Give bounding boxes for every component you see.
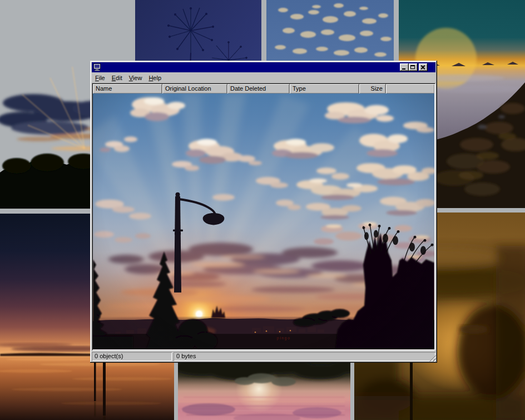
menu-bar: File Edit View Help bbox=[92, 72, 435, 83]
title-bar[interactable] bbox=[92, 62, 435, 72]
menu-edit[interactable]: Edit bbox=[109, 73, 125, 82]
file-list-view: Name Original Location Date Deleted Type… bbox=[92, 83, 435, 350]
column-header-type[interactable]: Type bbox=[290, 84, 359, 93]
titlebar-buttons bbox=[400, 63, 428, 71]
window-content-photo: pingo bbox=[93, 93, 434, 349]
computer-icon bbox=[93, 63, 101, 71]
menu-view[interactable]: View bbox=[126, 73, 145, 82]
minimize-button[interactable] bbox=[400, 63, 409, 71]
recycle-bin-window: File Edit View Help Name Original Locati… bbox=[90, 61, 437, 363]
column-header-filler bbox=[386, 84, 434, 93]
maximize-button[interactable] bbox=[409, 63, 418, 71]
column-header-name[interactable]: Name bbox=[93, 84, 162, 93]
menu-help[interactable]: Help bbox=[146, 73, 164, 82]
close-button[interactable] bbox=[419, 63, 428, 71]
column-header-size[interactable]: Size bbox=[359, 84, 386, 93]
status-byte-count: 0 bytes bbox=[174, 352, 435, 361]
column-header-original-location[interactable]: Original Location bbox=[162, 84, 227, 93]
status-bar: 0 object(s) 0 bytes bbox=[92, 352, 435, 361]
column-headers: Name Original Location Date Deleted Type… bbox=[93, 84, 434, 93]
menu-file[interactable]: File bbox=[92, 73, 108, 82]
status-object-count: 0 object(s) bbox=[92, 352, 172, 361]
column-header-date-deleted[interactable]: Date Deleted bbox=[227, 84, 290, 93]
desktop: { "window": { "title": "", "menu": { "fi… bbox=[0, 0, 525, 420]
